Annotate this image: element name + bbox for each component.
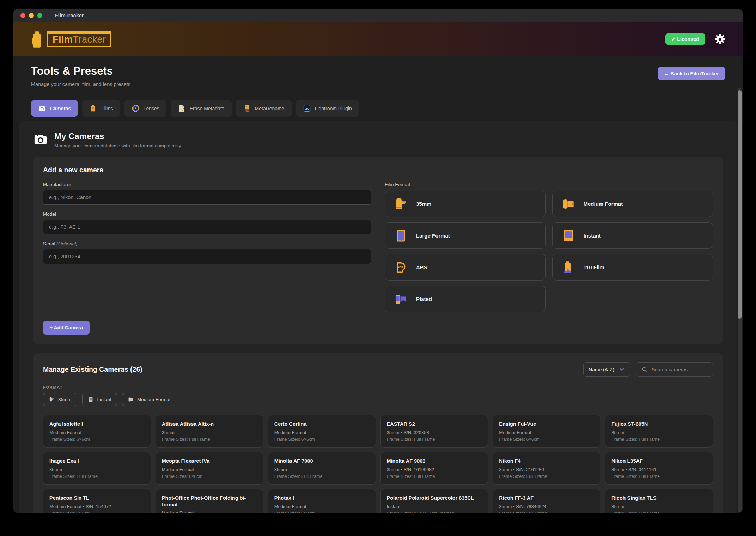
search-icon bbox=[641, 366, 648, 373]
camera-card[interactable]: Certo Certina Medium Format Frame Sizes:… bbox=[268, 415, 376, 448]
camera-frame-sizes: Frame Sizes: Full Frame bbox=[611, 511, 707, 513]
metarename-icon bbox=[243, 104, 251, 112]
sheet-film-icon bbox=[394, 228, 408, 243]
film-35mm-icon bbox=[49, 396, 55, 402]
film-format-option-label: 35mm bbox=[416, 201, 431, 207]
camera-card[interactable]: Ihagee Exa I 35mm Frame Sizes: Full Fram… bbox=[43, 452, 151, 485]
camera-frame-sizes: Frame Sizes: Full Frame bbox=[499, 474, 594, 479]
format-filter-chip[interactable]: Medium Format bbox=[122, 393, 176, 406]
model-label: Model bbox=[43, 211, 371, 217]
camera-format-meta: 35mm bbox=[611, 504, 707, 509]
window-title: FilmTracker bbox=[55, 13, 84, 18]
camera-card[interactable]: Ensign Ful-Vue Medium Format Frame Sizes… bbox=[493, 415, 600, 448]
manufacturer-input[interactable] bbox=[43, 190, 371, 205]
camera-format-meta: Instant bbox=[387, 504, 482, 509]
logo-film-text: Film bbox=[53, 34, 73, 45]
camera-card[interactable]: Ricoh FF-3 AF 35mm • S/N: 78346924 Frame… bbox=[493, 489, 600, 513]
scrollbar-thumb[interactable] bbox=[738, 90, 742, 319]
format-filter-chip[interactable]: 35mm bbox=[43, 393, 77, 406]
svg-text:LrC: LrC bbox=[304, 107, 309, 110]
film-format-option[interactable]: Medium Format bbox=[552, 191, 713, 217]
camera-frame-sizes: Frame Sizes: 6×6cm bbox=[49, 511, 145, 513]
film-format-option-label: 110 Film bbox=[584, 264, 604, 270]
tab[interactable]: LrC Lightroom Plugin bbox=[296, 100, 359, 117]
camera-format-meta: Medium Format • S/N: 154072 bbox=[49, 504, 145, 509]
sort-select[interactable]: Name (A-Z) bbox=[583, 362, 630, 377]
licensed-badge: ✓ Licensed bbox=[665, 33, 705, 45]
film-format-options: 35mm Medium Format Large Format Instant … bbox=[385, 191, 713, 312]
camera-frame-sizes: Frame Sizes: Full Frame bbox=[162, 437, 257, 442]
search-box bbox=[636, 362, 713, 377]
instant-photo-icon bbox=[88, 396, 94, 402]
manage-cameras-card: Manage Existing Cameras (26) Name (A-Z) bbox=[33, 353, 723, 513]
tab-label: Lenses bbox=[144, 106, 159, 111]
camera-card[interactable]: Nikon F4 35mm • S/N: 2161280 Frame Sizes… bbox=[493, 452, 600, 485]
camera-card[interactable]: Polaroid Polaroid Supercolor 635CL Insta… bbox=[380, 489, 488, 513]
settings-gear-icon[interactable] bbox=[714, 33, 726, 45]
search-cameras-input[interactable] bbox=[652, 367, 708, 372]
camera-format-meta: 35mm • S/N: 2161280 bbox=[499, 467, 594, 472]
film-format-option[interactable]: Large Format bbox=[385, 222, 546, 249]
camera-name: Ricoh Singlex TLS bbox=[611, 495, 707, 501]
serial-input[interactable] bbox=[43, 249, 371, 264]
camera-card[interactable]: Fujica ST-605N 35mm Frame Sizes: Full Fr… bbox=[605, 415, 713, 448]
camera-format-meta: Medium Format bbox=[499, 430, 594, 435]
film-format-option[interactable]: 35mm bbox=[385, 191, 546, 217]
chip-label: Instant bbox=[97, 397, 112, 402]
scrollbar-track[interactable] bbox=[738, 88, 742, 512]
camera-card[interactable]: Pentacon Six TL Medium Format • S/N: 154… bbox=[43, 489, 151, 513]
minimize-window-button[interactable] bbox=[29, 13, 34, 18]
camera-name: Fujica ST-605N bbox=[611, 421, 707, 427]
camera-card[interactable]: Minolta AF 7000 35mm Frame Sizes: Full F… bbox=[268, 452, 376, 485]
film-format-option-label: Large Format bbox=[416, 233, 450, 239]
sort-value: Name (A-Z) bbox=[589, 367, 614, 372]
camera-name: Pentacon Six TL bbox=[49, 495, 145, 501]
camera-card[interactable]: Nikon L35AF 35mm • S/N: 0414161 Frame Si… bbox=[605, 452, 713, 485]
camera-card[interactable]: Meopta Flexaret IVa Medium Format Frame … bbox=[156, 452, 263, 485]
camera-card[interactable]: Phot-Office Phot-Office Folding bi-forma… bbox=[156, 489, 263, 513]
camera-frame-sizes: Frame Sizes: Full Frame bbox=[499, 511, 594, 513]
camera-frame-sizes: Frame Sizes: Full Frame bbox=[611, 437, 707, 442]
camera-name: Agfa Isolette I bbox=[49, 421, 145, 427]
logo-wordmark: FilmTracker bbox=[47, 31, 111, 47]
film-canister-logo-icon bbox=[30, 29, 48, 49]
close-window-button[interactable] bbox=[20, 13, 25, 18]
camera-card[interactable]: Agfa Isolette I Medium Format Frame Size… bbox=[43, 415, 151, 448]
camera-name: Ihagee Exa I bbox=[49, 458, 145, 464]
logo-tracker-text: Tracker bbox=[73, 34, 106, 45]
camera-card[interactable]: Photax I Medium Format Frame Sizes: 6×9c… bbox=[268, 489, 376, 513]
back-to-filmtracker-button[interactable]: ← Back to FilmTracker bbox=[658, 67, 725, 80]
content-panel: My Cameras Manage your camera database w… bbox=[19, 121, 737, 513]
my-cameras-header: My Cameras Manage your camera database w… bbox=[33, 131, 723, 148]
tab[interactable]: Lenses bbox=[124, 100, 166, 117]
aps-cartridge-icon: APS bbox=[394, 260, 408, 275]
film-roll-icon bbox=[561, 197, 576, 211]
format-filter-chip[interactable]: Instant bbox=[82, 393, 117, 406]
camera-format-meta: 35mm • S/N: 16109982 bbox=[387, 467, 482, 472]
model-input[interactable] bbox=[43, 220, 371, 234]
camera-name: Minolta AF 7000 bbox=[274, 458, 370, 464]
camera-format-meta: Medium Format bbox=[49, 430, 145, 435]
film-format-option[interactable]: 110 Film bbox=[552, 254, 713, 281]
zoom-window-button[interactable] bbox=[37, 13, 42, 18]
filmtracker-logo: FilmTracker bbox=[30, 29, 111, 49]
camera-format-meta: 35mm bbox=[274, 467, 370, 472]
film-format-option[interactable]: Instant bbox=[552, 222, 713, 249]
camera-frame-sizes: Frame Sizes: 6×9cm bbox=[274, 511, 370, 513]
tab[interactable]: Erase Metadata bbox=[171, 100, 232, 117]
add-camera-button[interactable]: + Add Camera bbox=[43, 321, 90, 335]
camera-card[interactable]: EASTAR S2 35mm • S/N: 320858 Frame Sizes… bbox=[380, 415, 488, 448]
camera-card[interactable]: Atlissa Atlissa Altix-n 35mm Frame Sizes… bbox=[156, 415, 263, 448]
camera-name: Minolta AF 9000 bbox=[387, 458, 482, 464]
tab[interactable]: Films bbox=[82, 100, 120, 117]
tab[interactable]: MetaRename bbox=[236, 100, 292, 117]
camera-name: EASTAR S2 bbox=[387, 421, 482, 427]
camera-name: Nikon L35AF bbox=[611, 458, 707, 464]
film-format-option[interactable]: APS APS bbox=[385, 254, 546, 281]
tab-bar: Cameras Films Lenses Erase Metadata Meta… bbox=[13, 95, 743, 121]
camera-card[interactable]: Minolta AF 9000 35mm • S/N: 16109982 Fra… bbox=[380, 452, 488, 485]
camera-name: Nikon F4 bbox=[499, 458, 594, 464]
camera-card[interactable]: Ricoh Singlex TLS 35mm Frame Sizes: Full… bbox=[605, 489, 713, 513]
film-format-option[interactable]: Plated bbox=[385, 286, 546, 312]
tab[interactable]: Cameras bbox=[31, 100, 78, 117]
